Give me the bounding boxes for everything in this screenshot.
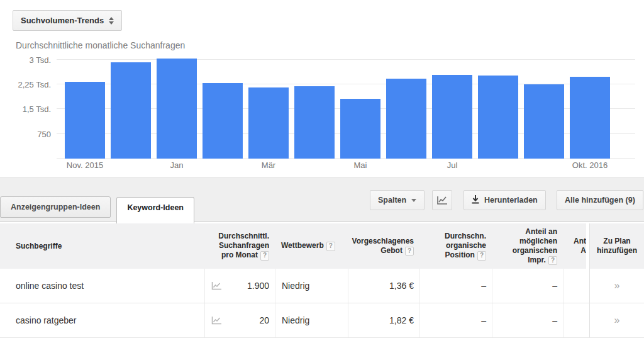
col-header-suchbegriffe[interactable]: Suchbegriffe (0, 223, 204, 269)
clipped-cell (563, 269, 586, 303)
clipped-cell (563, 303, 586, 337)
add-to-plan-button[interactable]: » (590, 280, 644, 291)
download-button[interactable]: Herunterladen (464, 190, 546, 210)
trends-dropdown-label: Suchvolumen-Trends (21, 16, 104, 25)
tab-anzeigengruppen-ideen[interactable]: Anzeigengruppen-Ideen (0, 196, 111, 218)
table-header: Suchbegriffe Durchschnittl. Suchanfragen… (0, 223, 644, 269)
trends-type-dropdown[interactable]: Suchvolumen-Trends (13, 10, 122, 31)
y-axis-tick-label: 750 (1, 130, 51, 139)
x-axis-tick-label: Mai (340, 160, 380, 170)
chevron-down-icon (411, 199, 416, 202)
tab-keyword-ideen[interactable]: Keyword-Ideen (116, 197, 194, 223)
chart-bar-Feb. 2016 (203, 83, 243, 159)
avg-searches-value: 20 (259, 315, 269, 325)
search-volume-trends-panel: Suchvolumen-Trends Durchschnittliche mon… (0, 0, 644, 178)
col-header-clipped: Ant A (563, 223, 586, 269)
competition-cell: Niedrig (275, 269, 348, 303)
chart-title: Durchschnittliche monatliche Suchanfrage… (16, 40, 185, 50)
organic-impr-share-cell: – (492, 269, 563, 303)
chart-bar-Okt. 2016 (570, 77, 610, 159)
chart-bar-Nov. 2015 (65, 82, 105, 159)
help-icon[interactable]: ? (260, 251, 269, 261)
bars-group (65, 59, 616, 159)
keyword-trend-chart-icon[interactable] (211, 316, 222, 325)
chart-bar-Jun. 2016 (386, 79, 426, 159)
keyword-cell: online casino test (0, 269, 204, 303)
y-axis-tick-label: 2,25 Tsd. (1, 80, 51, 89)
keyword-row: casino ratgeber20Niedrig1,82 €––» (0, 303, 644, 338)
competition-cell: Niedrig (275, 303, 348, 337)
help-icon[interactable]: ? (548, 256, 557, 266)
col-header-suchanfragen[interactable]: Durchschnittl. Suchanfragen pro Monat? (204, 223, 275, 269)
spalten-button[interactable]: Spalten (370, 190, 425, 210)
spalten-label: Spalten (378, 196, 406, 205)
suggested-bid-cell: 1,82 € (348, 303, 419, 337)
keyword-row: online casino test1.900Niedrig1,36 €––» (0, 269, 644, 303)
table-body: online casino test1.900Niedrig1,36 €––»c… (0, 269, 644, 338)
keyword-cell: casino ratgeber (0, 303, 204, 337)
x-axis-tick-label: Okt. 2016 (570, 160, 610, 170)
add-to-plan-cell: » (589, 303, 644, 337)
col-header-impr-anteil[interactable]: Anteil an möglichen organischen Impr.? (492, 223, 563, 269)
line-chart-icon (436, 196, 448, 205)
download-icon (472, 195, 479, 206)
chart-bar-Dez. 2015 (111, 62, 151, 159)
help-icon[interactable]: ? (477, 251, 486, 261)
help-icon[interactable]: ? (326, 242, 335, 251)
col-header-organische-position[interactable]: Durchschn. organische Position? (419, 223, 492, 269)
tab-toolbar-band: Anzeigengruppen-Ideen Keyword-Ideen Spal… (0, 178, 644, 222)
search-volume-bar-chart: Nov. 2015JanMärMaiJulOkt. 2016 3 Tsd.2,2… (57, 55, 635, 159)
add-to-plan-cell: » (589, 269, 644, 303)
suggested-bid-cell: 1,36 € (348, 269, 419, 303)
x-axis-tick-label: Jul (432, 160, 472, 170)
chart-bar-Jan. 2016 (157, 59, 197, 159)
avg-searches-value: 1.900 (247, 281, 269, 291)
chart-bar-Aug. 2016 (478, 76, 518, 159)
y-axis-tick-label: 3 Tsd. (1, 55, 51, 65)
organic-position-cell: – (419, 269, 492, 303)
avg-searches-cell: 1.900 (204, 269, 275, 303)
add-all-button[interactable]: Alle hinzufügen (9) (557, 190, 643, 210)
chart-bar-Mai 2016 (340, 99, 380, 159)
y-axis-tick-label: 1,5 Tsd. (1, 104, 51, 114)
col-header-wettbewerb[interactable]: Wettbewerb? (275, 223, 348, 269)
x-axis-tick-label: Nov. 2015 (65, 160, 105, 170)
col-header-zu-plan: Zu Plan hinzufügen (589, 223, 644, 269)
download-label: Herunterladen (484, 196, 538, 205)
chart-bar-Sep. 2016 (524, 84, 564, 159)
tab-bar: Anzeigengruppen-Ideen Keyword-Ideen (0, 196, 200, 223)
keyword-trend-chart-icon[interactable] (211, 281, 222, 290)
organic-impr-share-cell: – (492, 303, 563, 337)
sort-arrows-icon (109, 17, 114, 25)
avg-searches-cell: 20 (204, 303, 275, 337)
chart-bar-Apr. 2016 (294, 86, 335, 159)
x-axis-tick-label: Mär (248, 160, 289, 170)
chart-bar-Jul. 2016 (432, 75, 472, 159)
chart-bar-Mär. 2016 (248, 87, 289, 159)
col-header-gebot[interactable]: Vorgeschlagenes Gebot? (348, 223, 419, 269)
chart-view-button[interactable] (432, 190, 452, 210)
add-to-plan-button[interactable]: » (590, 315, 644, 326)
x-axis-tick-label: Jan (157, 160, 197, 170)
help-icon[interactable]: ? (405, 247, 414, 256)
organic-position-cell: – (419, 303, 492, 337)
